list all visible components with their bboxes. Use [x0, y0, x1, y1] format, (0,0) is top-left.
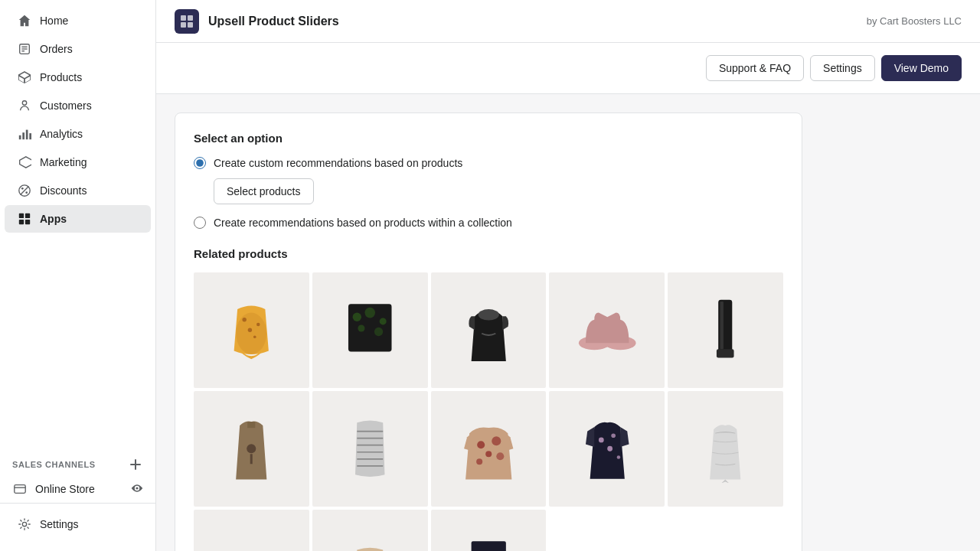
view-demo-button[interactable]: View Demo: [881, 55, 962, 81]
svg-point-42: [247, 444, 256, 453]
product-cell-12[interactable]: [312, 510, 428, 551]
marketing-icon: [17, 155, 32, 170]
options-card: Select an option Create custom recommend…: [175, 112, 802, 551]
product-cell-1[interactable]: [194, 272, 309, 388]
online-store-label: Online Store: [35, 483, 95, 495]
analytics-icon: [17, 126, 32, 142]
sidebar-nav: Home Orders Products Customers Analytics: [0, 0, 155, 448]
sidebar-item-marketing[interactable]: Marketing: [5, 148, 151, 176]
product-cell-4[interactable]: [549, 272, 665, 388]
by-text: by Cart Boosters LLC: [867, 15, 962, 27]
svg-point-25: [243, 318, 247, 321]
svg-point-55: [598, 438, 603, 443]
svg-rect-14: [19, 220, 24, 224]
svg-point-57: [607, 446, 612, 452]
sales-channels-section: SALES CHANNELS Online Store: [0, 448, 155, 503]
svg-point-58: [616, 455, 620, 459]
products-icon: [17, 70, 32, 85]
product-cell-8[interactable]: [431, 391, 547, 507]
svg-point-4: [22, 101, 26, 105]
sidebar-item-analytics[interactable]: Analytics: [5, 120, 151, 148]
sidebar: Home Orders Products Customers Analytics: [0, 0, 156, 551]
sales-channels-header: SALES CHANNELS: [0, 448, 155, 475]
app-title: Upsell Product Sliders: [208, 15, 339, 28]
svg-point-53: [496, 452, 504, 460]
svg-rect-65: [471, 541, 505, 551]
support-faq-button[interactable]: Support & FAQ: [706, 55, 804, 81]
svg-rect-6: [22, 132, 24, 139]
topbar: Upsell Product Sliders by Cart Boosters …: [156, 0, 980, 43]
app-icon: [175, 9, 199, 34]
svg-point-56: [611, 433, 616, 438]
app-header: Support & FAQ Settings View Demo: [156, 43, 980, 94]
svg-point-28: [253, 336, 256, 339]
svg-rect-13: [25, 214, 30, 218]
radio-option-products[interactable]: Create custom recommendations based on p…: [194, 157, 783, 169]
radio-option-collection[interactable]: Create recommendations based on products…: [194, 217, 783, 229]
add-sales-channel-button[interactable]: [128, 457, 143, 472]
svg-rect-22: [181, 22, 186, 28]
product-cell-6[interactable]: [194, 391, 309, 507]
svg-point-50: [477, 441, 485, 448]
sidebar-item-analytics-label: Analytics: [40, 128, 83, 140]
sidebar-item-orders[interactable]: Orders: [5, 35, 151, 63]
sidebar-item-apps-label: Apps: [40, 213, 67, 225]
radio-products-input[interactable]: [194, 157, 206, 169]
product-cell-2[interactable]: [312, 272, 428, 388]
related-products-section: Related products: [194, 247, 783, 551]
select-products-wrapper: Select products: [194, 178, 783, 217]
svg-rect-39: [720, 302, 724, 349]
product-cell-3[interactable]: [431, 272, 547, 388]
sidebar-item-home[interactable]: Home: [5, 7, 151, 34]
products-grid: [194, 272, 783, 551]
home-icon: [17, 13, 32, 28]
svg-rect-16: [15, 485, 25, 494]
sidebar-item-settings[interactable]: Settings: [5, 510, 151, 538]
settings-label: Settings: [40, 518, 79, 530]
svg-rect-20: [181, 15, 186, 21]
sidebar-bottom: Settings: [0, 503, 155, 551]
svg-rect-5: [19, 135, 21, 139]
content-area: Select an option Create custom recommend…: [156, 94, 980, 551]
svg-point-34: [374, 328, 383, 336]
svg-point-32: [380, 318, 387, 325]
product-cell-7[interactable]: [312, 391, 428, 507]
svg-point-9: [21, 187, 24, 190]
product-cell-13[interactable]: [431, 510, 547, 551]
svg-point-54: [476, 458, 482, 465]
sidebar-item-products[interactable]: Products: [5, 64, 151, 91]
select-products-button[interactable]: Select products: [214, 178, 314, 204]
svg-rect-41: [247, 422, 255, 428]
sales-channels-label: SALES CHANNELS: [12, 460, 96, 469]
sidebar-item-customers-label: Customers: [40, 99, 92, 112]
customers-icon: [17, 98, 32, 113]
svg-point-30: [353, 313, 361, 321]
svg-rect-15: [25, 220, 30, 224]
online-store-eye-icon[interactable]: [131, 482, 143, 497]
sidebar-item-discounts[interactable]: Discounts: [5, 177, 151, 204]
radio-products-label: Create custom recommendations based on p…: [214, 157, 462, 169]
svg-point-35: [478, 309, 498, 320]
online-store-icon: [12, 481, 28, 497]
svg-point-31: [364, 308, 375, 318]
product-cell-11[interactable]: [194, 510, 309, 551]
svg-rect-8: [29, 133, 31, 139]
discounts-icon: [17, 183, 32, 198]
svg-point-19: [22, 522, 26, 526]
sidebar-item-apps[interactable]: Apps: [5, 205, 151, 233]
radio-collection-input[interactable]: [194, 217, 206, 229]
settings-button[interactable]: Settings: [810, 55, 875, 81]
apps-icon: [17, 211, 32, 227]
product-cell-5[interactable]: [668, 272, 783, 388]
svg-point-33: [358, 325, 364, 332]
sidebar-item-customers[interactable]: Customers: [5, 92, 151, 119]
main-content: Upsell Product Sliders by Cart Boosters …: [156, 0, 980, 551]
related-products-title: Related products: [194, 247, 783, 260]
sidebar-item-online-store[interactable]: Online Store: [0, 475, 155, 503]
sidebar-item-orders-label: Orders: [40, 43, 73, 55]
svg-rect-7: [26, 130, 28, 140]
product-cell-9[interactable]: [549, 391, 665, 507]
product-cell-10[interactable]: [668, 391, 783, 507]
sidebar-item-marketing-label: Marketing: [40, 156, 87, 168]
svg-rect-23: [188, 22, 193, 28]
